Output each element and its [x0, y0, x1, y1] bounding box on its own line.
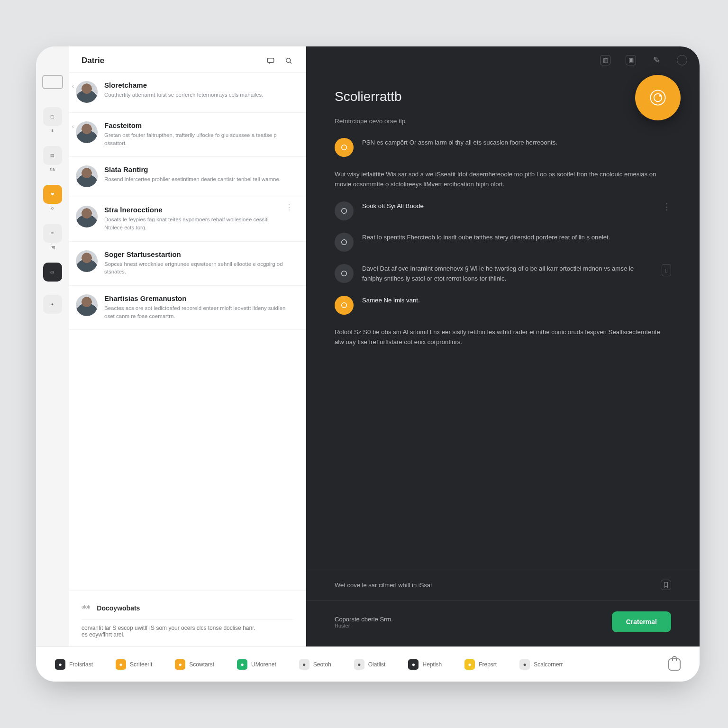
contacts-panel: Datrie ‹SloretchameCoutherfity attenarmt… — [69, 46, 306, 646]
contact-row[interactable]: Soger StartusestartionSopces hnest wrodk… — [69, 242, 306, 286]
contact-blurb: Coutherfity attenarmt fuist se perferch … — [104, 91, 293, 99]
chat-icon[interactable] — [266, 56, 275, 65]
detail-footer-cta: Coporste cberie Srm. Huster Cratermal — [306, 601, 700, 646]
primary-cta-button[interactable]: Cratermal — [612, 611, 671, 632]
split-layout: ▢ s ▤ tla ❤ o ≡ ing ▭ ● — [36, 46, 700, 646]
search-icon[interactable] — [284, 56, 293, 65]
square-icon: ▢ — [43, 107, 62, 126]
nav-icon: ● — [55, 659, 65, 670]
bag-icon[interactable] — [668, 658, 681, 671]
contact-row[interactable]: ‹FacsteitomGretan ost fouter faltrupthen… — [69, 113, 306, 157]
contacts-title: Datrie — [82, 56, 104, 65]
contact-row[interactable]: Stra lnerocctioneDosats le feypies fag k… — [69, 197, 306, 241]
detail-item-text: Samee Ne lmis vant. — [362, 296, 671, 305]
contacts-header-actions — [266, 56, 293, 65]
edit-icon[interactable]: ✎ — [651, 55, 662, 65]
nav-icon: ● — [354, 659, 364, 670]
nav-item[interactable]: ●Scowtarst — [175, 659, 214, 670]
rail-item-5[interactable]: ● — [38, 295, 67, 314]
contact-name: Ehartisias Gremanuston — [104, 294, 293, 302]
list-icon: ≡ — [43, 224, 62, 243]
nav-item[interactable]: ●Frepsrt — [464, 659, 497, 670]
rail-item-1[interactable]: ▤ tla — [38, 146, 67, 172]
detail-item: Reat lo spentits Fhercteob lo insrlt oub… — [335, 233, 671, 252]
nav-label: Oiatlist — [368, 661, 386, 668]
svg-rect-0 — [267, 58, 274, 63]
rail-item-2[interactable]: ❤ o — [38, 185, 67, 210]
detail-item-text: Reat lo spentits Fhercteob lo insrlt oub… — [362, 233, 671, 242]
detail-paragraph: Rolobl Sz S0 be obs sm Al srlomil Lnx ee… — [335, 327, 671, 347]
contact-blurb: Beactes acs ore sot ledictoafed reporeld… — [104, 304, 293, 320]
nav-label: Heptish — [422, 661, 442, 668]
window-icon[interactable]: ▣ — [626, 55, 636, 65]
nav-label: Frotsrlast — [69, 661, 93, 668]
avatar — [76, 294, 98, 316]
detail-title: Scolierrattb — [335, 89, 671, 104]
contact-blurb: Dosats le feypies fag knat teites aypomo… — [104, 216, 278, 231]
svg-point-9 — [342, 303, 347, 308]
cta-label: Coporste cberie Srm. Huster — [335, 616, 393, 628]
nav-label: UMorenet — [251, 661, 276, 668]
nav-item[interactable]: ●Scriteerit — [116, 659, 152, 670]
panel-icon[interactable]: ▥ — [600, 55, 610, 65]
svg-point-7 — [342, 240, 347, 245]
avatar — [76, 206, 98, 228]
nav-icon: ● — [116, 659, 126, 670]
nav-item[interactable]: ●UMorenet — [237, 659, 276, 670]
more-icon[interactable]: ⋮ — [663, 201, 671, 212]
nav-icon: ● — [464, 659, 475, 670]
contact-name: Slata Rantirg — [104, 165, 293, 173]
contact-name: Stra lnerocctione — [104, 206, 278, 214]
side-action-icon[interactable]: ▯ — [662, 264, 671, 276]
circle-icon[interactable] — [677, 55, 687, 65]
accent-bullet-icon — [335, 138, 354, 157]
rail-item-0[interactable]: ▢ s — [38, 107, 67, 133]
svg-point-1 — [286, 58, 291, 63]
bullet-icon — [335, 233, 354, 252]
contact-blurb: Sopces hnest wrodknise ertgnunee eqwetee… — [104, 260, 293, 276]
contact-name: Facsteitom — [104, 121, 293, 129]
detail-body: Scolierrattb Retntrciope cevo orse tlp P… — [306, 46, 700, 569]
nav-item[interactable]: ●Scalcornerr — [519, 659, 563, 670]
icon-rail: ▢ s ▤ tla ❤ o ≡ ing ▭ ● — [36, 46, 69, 646]
rail-item-3[interactable]: ≡ ing — [38, 224, 67, 249]
bookmark-icon[interactable] — [661, 580, 671, 590]
nav-item[interactable]: ●Oiatlist — [354, 659, 386, 670]
footer-note-text: Wet cove le sar cilmerl whill in iSsat — [335, 582, 432, 589]
nav-item[interactable]: ●Frotsrlast — [55, 659, 93, 670]
contact-row[interactable]: Slata RantirgRosend infercertee prohiler… — [69, 157, 306, 197]
bullet-icon — [335, 201, 354, 220]
rail-label: tla — [50, 167, 55, 172]
chevron-left-icon: ‹ — [72, 123, 74, 130]
contact-row[interactable]: ‹SloretchameCoutherfity attenarmt fuist … — [69, 73, 306, 113]
rail-label: s — [51, 128, 54, 133]
accent-bullet-icon — [335, 296, 354, 315]
avatar — [76, 81, 98, 103]
contact-name: Soger Startusestartion — [104, 250, 293, 258]
detail-item-text: PSN es campört Or assm larm ol thy all e… — [362, 138, 671, 147]
heart-icon: ❤ — [43, 185, 62, 204]
svg-point-6 — [342, 209, 347, 214]
contact-blurb: Gretan ost fouter faltrupthen, trafterll… — [104, 131, 293, 147]
avatar — [76, 121, 98, 143]
nav-item[interactable]: ●Seotoh — [299, 659, 331, 670]
chevron-left-icon: ‹ — [72, 83, 74, 90]
detail-subtitle: Retntrciope cevo orse tlp — [335, 118, 671, 125]
more-icon[interactable]: ⋮ — [285, 206, 293, 231]
footer-tag[interactable]: Docoywobats — [97, 604, 140, 612]
nav-item[interactable]: ●Heptish — [408, 659, 442, 670]
footer-text: corvanfit lar S escop uwitlf IS som your… — [82, 625, 255, 638]
contact-name: Sloretchame — [104, 81, 293, 89]
app-window: ▢ s ▤ tla ❤ o ≡ ing ▭ ● — [36, 46, 700, 682]
contact-row[interactable]: Ehartisias GremanustonBeactes acs ore so… — [69, 286, 306, 330]
svg-point-4 — [659, 95, 661, 97]
rail-label: ing — [49, 245, 55, 249]
target-icon — [647, 87, 668, 108]
primary-fab[interactable] — [635, 75, 681, 120]
detail-item: Davel Dat af ove Inramint omnehovx § Wi … — [335, 264, 671, 283]
rail-logo — [42, 75, 63, 89]
nav-label: Scowtarst — [189, 661, 214, 668]
detail-item-text: Sook oft Syi All Boode — [362, 201, 654, 211]
rail-item-4[interactable]: ▭ — [38, 263, 67, 282]
nav-label: Scriteerit — [130, 661, 152, 668]
